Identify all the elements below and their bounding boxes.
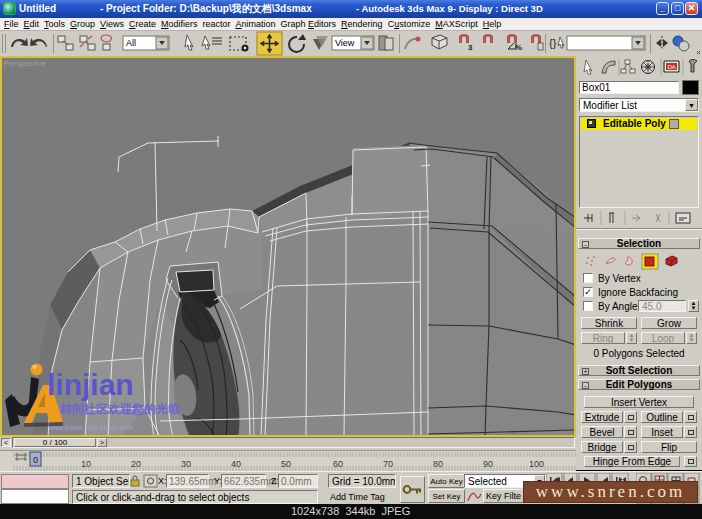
svg-text:DA: DA bbox=[668, 64, 676, 70]
svg-text:%: % bbox=[515, 43, 522, 52]
svg-text:{}: {} bbox=[549, 37, 557, 49]
svg-text:40: 40 bbox=[231, 459, 241, 469]
svg-text:10: 10 bbox=[81, 459, 91, 469]
svg-text:60: 60 bbox=[333, 459, 343, 469]
svg-text:linjian: linjian bbox=[47, 368, 134, 401]
svg-text:0: 0 bbox=[33, 455, 38, 465]
svg-text:林间社区欢迎您的光临: 林间社区欢迎您的光临 bbox=[59, 402, 180, 416]
svg-text:100: 100 bbox=[529, 459, 544, 469]
svg-text:50: 50 bbox=[281, 459, 291, 469]
svg-text:70: 70 bbox=[383, 459, 393, 469]
svg-text:80: 80 bbox=[433, 459, 443, 469]
svg-text:View: View bbox=[335, 38, 355, 48]
svg-text:3: 3 bbox=[468, 43, 473, 52]
svg-text:90: 90 bbox=[483, 459, 493, 469]
svg-text:All: All bbox=[126, 38, 136, 48]
svg-text:www.snren.com-fusion.com: www.snren.com-fusion.com bbox=[47, 424, 134, 431]
svg-text:20: 20 bbox=[131, 459, 141, 469]
svg-text:30: 30 bbox=[181, 459, 191, 469]
